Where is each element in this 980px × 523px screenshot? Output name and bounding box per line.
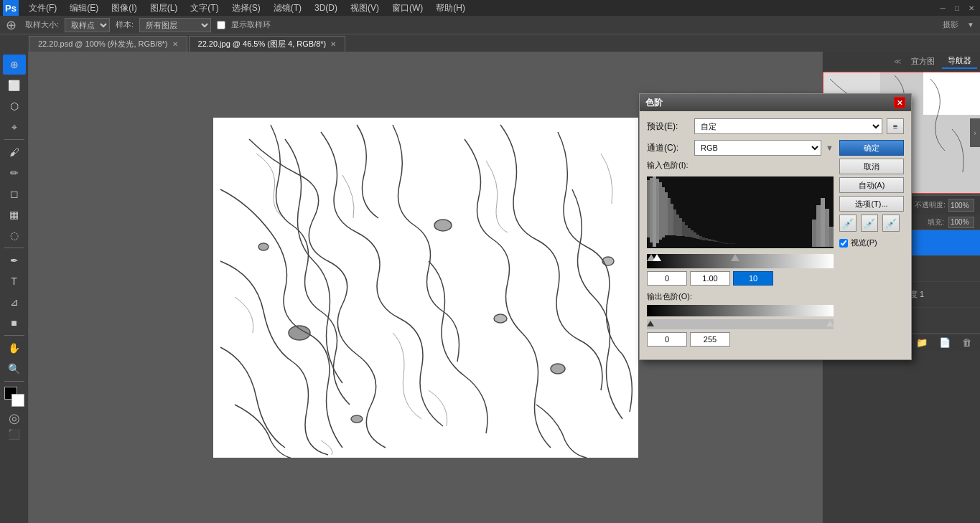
svg-rect-34 xyxy=(696,235,699,239)
channel-select[interactable]: RGB xyxy=(694,140,821,156)
clone-tool[interactable]: ✏ xyxy=(3,163,26,183)
svg-point-7 xyxy=(602,257,614,265)
svg-rect-44 xyxy=(725,243,728,244)
histogram-svg xyxy=(647,176,834,248)
hand-tool[interactable]: ✋ xyxy=(3,338,26,358)
shape-tool[interactable]: ■ xyxy=(3,313,26,333)
menu-help[interactable]: 帮助(H) xyxy=(430,1,471,16)
input-shadow-value[interactable] xyxy=(647,271,687,286)
black-point-eyedropper[interactable]: 💉 xyxy=(839,215,857,232)
gray-point-eyedropper[interactable]: 💉 xyxy=(861,215,878,232)
tab-navigator[interactable]: 导航器 xyxy=(942,54,977,69)
sample-select[interactable]: 所有图层 xyxy=(139,18,211,32)
menu-text[interactable]: 文字(T) xyxy=(185,1,224,16)
pen-tool[interactable]: ✒ xyxy=(3,250,26,270)
svg-point-1 xyxy=(289,326,310,340)
menu-file[interactable]: 文件(F) xyxy=(23,1,62,16)
output-shadow-value[interactable] xyxy=(647,332,687,347)
new-group-button[interactable]: 📁 xyxy=(916,337,928,348)
marquee-tool[interactable]: ⬜ xyxy=(3,75,26,95)
input-slider-light-handle[interactable] xyxy=(653,254,661,261)
input-slider-mid-handle[interactable] xyxy=(731,254,739,261)
workspace-label: 摄影 xyxy=(943,19,958,30)
window-controls: ─ □ ✕ xyxy=(934,2,977,14)
tab-psd-label: 22.20.psd @ 100% (外发光, RGB/8*) xyxy=(38,39,168,50)
zoom-tool[interactable]: 🔍 xyxy=(3,359,26,379)
delete-layer-button[interactable]: 🗑 xyxy=(962,337,971,348)
preset-select[interactable]: 自定 xyxy=(694,118,882,134)
type-tool[interactable]: T xyxy=(3,271,26,291)
svg-rect-20 xyxy=(656,179,659,243)
menu-select[interactable]: 选择(S) xyxy=(226,1,266,16)
workspace-arrow[interactable]: ▼ xyxy=(967,21,974,29)
input-highlight-value[interactable] xyxy=(733,271,773,286)
preset-settings-button[interactable]: ≡ xyxy=(887,118,904,134)
menu-filter[interactable]: 滤镜(T) xyxy=(268,1,307,16)
new-layer-button[interactable]: 📄 xyxy=(939,337,951,348)
svg-rect-18 xyxy=(650,178,653,242)
panel-collapse-icon[interactable]: ≪ xyxy=(894,57,901,65)
output-slider-light-handle[interactable] xyxy=(826,321,834,326)
output-label: 输出色阶(O): xyxy=(647,292,692,301)
ok-button[interactable]: 确定 xyxy=(839,140,904,156)
menu-view[interactable]: 视图(V) xyxy=(345,1,385,16)
preview-label: 视览(P) xyxy=(851,237,877,248)
svg-rect-28 xyxy=(679,218,682,236)
opacity-input[interactable] xyxy=(948,199,974,212)
close-button[interactable]: ✕ xyxy=(966,2,977,14)
levels-right-section: 确定 取消 自动(A) 选项(T)... 💉 💉 💉 视览(P) xyxy=(839,140,904,352)
fill-input[interactable] xyxy=(948,217,974,228)
menu-layer[interactable]: 图层(L) xyxy=(144,1,184,16)
svg-rect-10 xyxy=(923,72,980,115)
tab-jpg[interactable]: 22.20.jpg @ 46.5% (图层 4, RGB/8*) ✕ xyxy=(189,36,346,52)
maximize-button[interactable]: □ xyxy=(951,2,963,14)
menu-edit[interactable]: 编辑(E) xyxy=(64,1,104,16)
levels-close-button[interactable]: ✕ xyxy=(894,97,905,108)
background-color[interactable] xyxy=(11,394,24,407)
white-point-eyedropper[interactable]: 💉 xyxy=(882,215,900,232)
output-highlight-value[interactable] xyxy=(690,332,730,347)
show-ring-checkbox[interactable] xyxy=(217,21,225,29)
sample-size-select[interactable]: 取样点 xyxy=(65,18,110,32)
eyedropper-tool[interactable]: ⊕ xyxy=(3,55,26,75)
input-midtone-value[interactable] xyxy=(690,271,730,286)
dodge-tool[interactable]: ◌ xyxy=(3,225,26,245)
eraser-tool[interactable]: ◻ xyxy=(3,184,26,204)
preview-row: 视览(P) xyxy=(839,237,904,248)
output-slider-dark-handle[interactable] xyxy=(647,321,654,326)
auto-button[interactable]: 自动(A) xyxy=(839,177,904,193)
tab-psd[interactable]: 22.20.psd @ 100% (外发光, RGB/8*) ✕ xyxy=(29,36,187,52)
menu-window[interactable]: 窗口(W) xyxy=(386,1,429,16)
color-swatch[interactable] xyxy=(4,387,24,407)
quick-mask-icon[interactable]: ◎ xyxy=(9,410,20,426)
svg-rect-24 xyxy=(668,198,671,235)
svg-rect-26 xyxy=(673,209,676,235)
gradient-tool[interactable]: ▦ xyxy=(3,204,26,225)
levels-title: 色阶 xyxy=(645,97,894,109)
path-tool[interactable]: ⊿ xyxy=(3,292,26,312)
options-button[interactable]: 选项(T)... xyxy=(839,196,904,212)
tab-histogram[interactable]: 宜方图 xyxy=(905,55,941,68)
menu-image[interactable]: 图像(I) xyxy=(106,1,142,16)
crop-tool[interactable]: ⌖ xyxy=(3,117,26,137)
eyedropper-tool-icon: ⊕ xyxy=(6,17,17,33)
brush-tool[interactable]: 🖌 xyxy=(3,142,26,162)
tab-psd-close[interactable]: ✕ xyxy=(172,40,178,48)
output-values-row xyxy=(647,332,834,347)
preview-checkbox[interactable] xyxy=(839,239,848,248)
screen-mode-icon[interactable]: ⬛ xyxy=(8,428,20,440)
nav-scroll-arrow[interactable]: › xyxy=(970,118,980,147)
tab-jpg-close[interactable]: ✕ xyxy=(330,40,336,48)
menu-3d[interactable]: 3D(D) xyxy=(309,1,343,14)
fill-label: 填充: xyxy=(928,217,944,227)
svg-point-2 xyxy=(434,220,452,231)
cancel-button[interactable]: 取消 xyxy=(839,159,904,174)
svg-rect-30 xyxy=(685,225,688,237)
levels-left-section: 通道(C): RGB ▼ 输入色阶(I): xyxy=(647,140,834,352)
channel-arrow-icon[interactable]: ▼ xyxy=(826,143,834,152)
minimize-button[interactable]: ─ xyxy=(937,2,948,14)
svg-rect-21 xyxy=(659,182,662,240)
app-icon: Ps xyxy=(3,0,19,16)
levels-main: 通道(C): RGB ▼ 输入色阶(I): xyxy=(647,140,904,352)
lasso-tool[interactable]: ⬡ xyxy=(3,96,26,116)
